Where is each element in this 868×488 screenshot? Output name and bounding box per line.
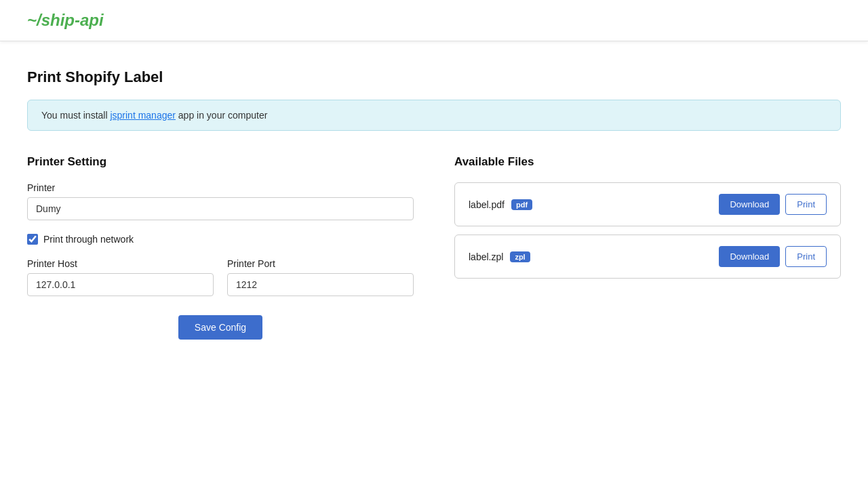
printer-setting-section: Printer Setting Printer Print through ne… — [27, 155, 414, 340]
print-through-network-checkbox[interactable] — [27, 234, 38, 245]
file-name-pdf: label.pdf — [469, 199, 505, 210]
save-config-row: Save Config — [27, 315, 414, 340]
printer-setting-title: Printer Setting — [27, 155, 414, 169]
print-through-network-label: Print through network — [43, 234, 134, 245]
file-actions-pdf: Download Print — [719, 194, 827, 215]
printer-input[interactable] — [27, 197, 414, 220]
save-config-button[interactable]: Save Config — [178, 315, 262, 340]
print-button-pdf[interactable]: Print — [785, 194, 827, 215]
printer-port-group: Printer Port — [227, 258, 414, 296]
download-button-pdf[interactable]: Download — [719, 194, 780, 215]
host-port-row: Printer Host Printer Port — [27, 258, 414, 296]
file-info-zpl: label.zpl zpl — [469, 251, 530, 262]
info-text-before: You must install — [41, 110, 110, 121]
page-title: Print Shopify Label — [27, 68, 841, 86]
file-badge-pdf: pdf — [511, 199, 532, 210]
jsprint-manager-link[interactable]: jsprint manager — [110, 110, 176, 121]
printer-label: Printer — [27, 182, 414, 193]
app-header: ~/ship-api — [0, 0, 868, 41]
download-button-zpl[interactable]: Download — [719, 246, 780, 267]
file-item-pdf: label.pdf pdf Download Print — [454, 182, 841, 226]
file-name-zpl: label.zpl — [469, 251, 503, 262]
file-badge-zpl: zpl — [510, 251, 530, 262]
brand-title: ~/ship-api — [27, 11, 104, 29]
print-button-zpl[interactable]: Print — [785, 246, 827, 267]
printer-host-group: Printer Host — [27, 258, 214, 296]
available-files-section: Available Files label.pdf pdf Download P… — [454, 155, 841, 340]
file-item-zpl: label.zpl zpl Download Print — [454, 235, 841, 279]
printer-host-label: Printer Host — [27, 258, 214, 269]
file-actions-zpl: Download Print — [719, 246, 827, 267]
printer-port-label: Printer Port — [227, 258, 414, 269]
info-banner: You must install jsprint manager app in … — [27, 100, 841, 131]
info-text-after: app in your computer — [176, 110, 267, 121]
file-info-pdf: label.pdf pdf — [469, 199, 532, 210]
printer-host-input[interactable] — [27, 273, 214, 296]
printer-field-group: Printer — [27, 182, 414, 220]
printer-port-input[interactable] — [227, 273, 414, 296]
file-list: label.pdf pdf Download Print label.zpl z… — [454, 182, 841, 279]
print-through-network-row: Print through network — [27, 234, 414, 245]
available-files-title: Available Files — [454, 155, 841, 169]
